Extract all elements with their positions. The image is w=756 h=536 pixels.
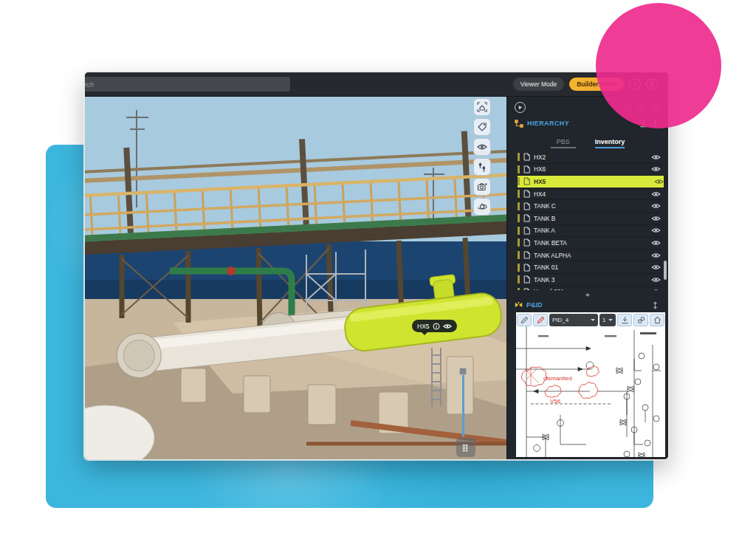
grid-icon: [462, 444, 470, 452]
selection-tag[interactable]: HX5: [412, 320, 457, 332]
fit-view-icon: [477, 102, 487, 112]
minimap-button[interactable]: [456, 438, 475, 457]
pid-icon: [515, 301, 523, 309]
visibility-eye-icon[interactable]: [651, 277, 661, 283]
document-icon: [523, 190, 530, 198]
pid-link-button[interactable]: [633, 314, 648, 326]
visibility-button[interactable]: [473, 138, 491, 156]
list-item[interactable]: HX2: [518, 151, 661, 164]
side-panel: HIERARCHY PBS Inventory: [506, 97, 668, 459]
type-color-bar: [518, 251, 520, 259]
list-scrollbar-thumb[interactable]: [664, 261, 667, 280]
orbit-button[interactable]: [473, 198, 491, 216]
pid-annotation-dismantled: dismantled: [543, 375, 572, 382]
slider-track[interactable]: [462, 368, 464, 437]
pid-title: P&ID: [526, 301, 543, 309]
eye-icon[interactable]: [443, 323, 452, 329]
tab-pbs[interactable]: PBS: [551, 138, 576, 148]
list-item[interactable]: TANK A: [518, 225, 661, 238]
viewport-3d[interactable]: HX5: [85, 97, 506, 459]
download-icon: [621, 316, 629, 324]
list-item[interactable]: TANK BETA: [518, 237, 661, 250]
home-icon: [653, 316, 662, 324]
camera-settings-button[interactable]: [473, 178, 491, 196]
visibility-eye-icon[interactable]: [651, 154, 661, 160]
marketing-canvas: { "window": { "topbar": { "search_placeh…: [0, 0, 756, 536]
document-icon: [523, 214, 530, 222]
document-icon: [523, 153, 530, 161]
document-icon: [523, 202, 530, 210]
fit-view-button[interactable]: [473, 98, 491, 116]
visibility-eye-icon[interactable]: [651, 191, 661, 197]
list-item[interactable]: TANK B: [518, 213, 661, 225]
pid-download-button[interactable]: [617, 314, 632, 326]
play-button[interactable]: [515, 102, 526, 113]
expand-vertical-icon: [651, 301, 659, 309]
tag-icon: [477, 122, 487, 132]
section-slider[interactable]: [459, 368, 467, 437]
list-item[interactable]: HX5: [518, 176, 664, 188]
list-item-label: TANK ALPHA: [534, 252, 651, 259]
walk-mode-button[interactable]: [473, 158, 491, 176]
type-color-bar: [518, 238, 520, 247]
pid-annotation-v56: V56: [550, 398, 561, 405]
viewer-mode-button[interactable]: Viewer Mode: [513, 78, 564, 91]
orbit-icon: [477, 202, 487, 212]
type-color-bar: [518, 288, 520, 290]
type-color-bar: [518, 275, 520, 284]
pid-home-button[interactable]: [650, 314, 664, 326]
list-item[interactable]: TANK ALPHA: [518, 250, 661, 262]
type-color-bar: [518, 227, 520, 235]
list-item-label: HX2: [534, 154, 651, 161]
eye-icon: [477, 142, 487, 152]
list-item[interactable]: HX6: [518, 164, 661, 176]
pid-viewer[interactable]: PID_4 1: [516, 312, 665, 457]
pencil-red-icon: [537, 316, 545, 324]
pid-page-select[interactable]: 1: [599, 314, 616, 326]
list-item-label: TANK A: [534, 227, 651, 234]
visibility-eye-icon[interactable]: [651, 252, 661, 258]
visibility-eye-icon[interactable]: [651, 203, 661, 209]
annotate-pencil-button[interactable]: [517, 314, 532, 326]
hierarchy-icon: [515, 120, 523, 128]
pid-drawing-select[interactable]: PID_4: [549, 314, 598, 326]
hierarchy-title: HIERARCHY: [527, 120, 569, 127]
list-item[interactable]: TANK C: [518, 200, 661, 213]
visibility-eye-icon[interactable]: [651, 289, 661, 290]
search-input[interactable]: [85, 77, 290, 92]
list-item[interactable]: Vessel-001: [518, 286, 661, 290]
list-item[interactable]: HX4: [518, 188, 661, 201]
visibility-eye-icon[interactable]: [651, 166, 661, 172]
info-icon[interactable]: [433, 323, 440, 330]
list-item-label: TANK C: [534, 202, 651, 210]
list-item-label: HX6: [534, 165, 651, 173]
document-icon: [523, 288, 530, 290]
pid-expand-button[interactable]: [651, 301, 659, 309]
document-icon: [523, 251, 530, 259]
selection-tag-label: HX5: [417, 323, 430, 330]
play-icon: [518, 105, 523, 110]
visibility-eye-icon[interactable]: [651, 240, 661, 246]
hierarchy-list: HX2 HX6 HX5 HX4 TANK C TANK B TANK A TAN…: [507, 151, 668, 290]
list-item-label: TANK 3: [534, 276, 651, 284]
type-color-bar: [518, 165, 520, 173]
visibility-eye-icon[interactable]: [651, 227, 661, 233]
camera-settings-icon: [477, 182, 487, 192]
pid-diagram: dismantled V56: [516, 326, 665, 457]
panel-resize-handle[interactable]: [507, 290, 668, 299]
document-icon: [523, 238, 530, 247]
tag-button[interactable]: [473, 118, 491, 136]
visibility-eye-icon[interactable]: [654, 179, 664, 185]
visibility-eye-icon[interactable]: [651, 264, 661, 270]
slider-handle[interactable]: [459, 368, 467, 375]
app-window: Viewer Mode Builder Mode ?: [85, 72, 668, 459]
list-item[interactable]: TANK 01: [518, 261, 661, 274]
list-item[interactable]: TANK 3: [518, 274, 661, 286]
type-color-bar: [518, 202, 520, 210]
type-color-bar: [518, 264, 520, 272]
app-topbar: Viewer Mode Builder Mode ?: [85, 72, 668, 97]
viewport-toolbar: [473, 98, 491, 216]
visibility-eye-icon[interactable]: [651, 216, 661, 221]
tab-inventory[interactable]: Inventory: [595, 138, 625, 148]
redline-pencil-button[interactable]: [533, 314, 548, 326]
